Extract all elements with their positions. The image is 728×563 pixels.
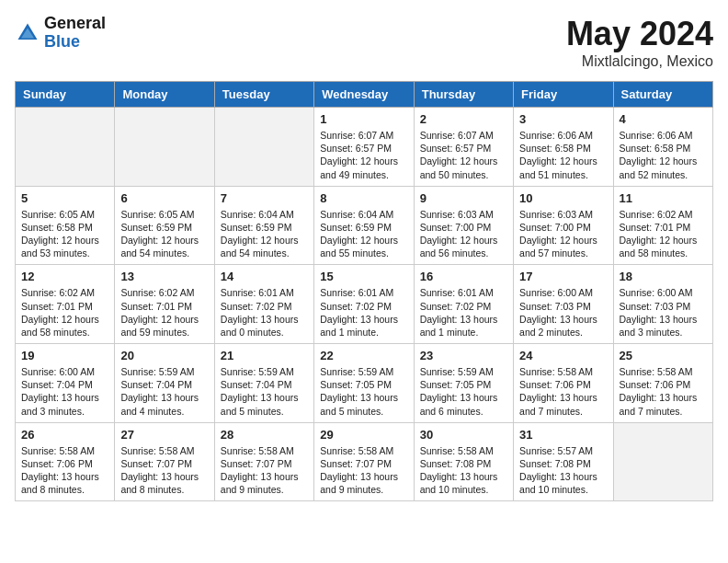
calendar-cell: 24Sunrise: 5:58 AM Sunset: 7:06 PM Dayli… <box>514 344 613 423</box>
weekday-header: Thursday <box>414 82 513 108</box>
calendar-cell <box>214 108 313 187</box>
calendar-cell: 10Sunrise: 6:03 AM Sunset: 7:00 PM Dayli… <box>514 186 613 265</box>
cell-info: Sunrise: 5:58 AM Sunset: 7:07 PM Dayligh… <box>120 444 208 497</box>
day-number: 11 <box>620 191 707 205</box>
calendar-week-row: 12Sunrise: 6:02 AM Sunset: 7:01 PM Dayli… <box>16 265 713 344</box>
day-number: 13 <box>120 270 208 283</box>
calendar-cell: 14Sunrise: 6:01 AM Sunset: 7:02 PM Dayli… <box>214 265 313 344</box>
day-number: 19 <box>21 349 108 362</box>
cell-info: Sunrise: 5:58 AM Sunset: 7:06 PM Dayligh… <box>21 444 108 497</box>
calendar-cell: 29Sunrise: 5:58 AM Sunset: 7:07 PM Dayli… <box>314 422 414 501</box>
day-number: 2 <box>420 112 507 126</box>
day-number: 9 <box>420 191 507 205</box>
calendar-week-row: 1Sunrise: 6:07 AM Sunset: 6:57 PM Daylig… <box>16 108 713 187</box>
cell-info: Sunrise: 6:00 AM Sunset: 7:03 PM Dayligh… <box>519 286 607 339</box>
day-number: 25 <box>620 349 707 362</box>
calendar-week-row: 19Sunrise: 6:00 AM Sunset: 7:04 PM Dayli… <box>16 344 713 423</box>
calendar-cell: 25Sunrise: 5:58 AM Sunset: 7:06 PM Dayli… <box>613 344 712 423</box>
cell-info: Sunrise: 6:06 AM Sunset: 6:58 PM Dayligh… <box>519 129 607 181</box>
cell-info: Sunrise: 5:57 AM Sunset: 7:08 PM Dayligh… <box>519 444 607 497</box>
cell-info: Sunrise: 5:58 AM Sunset: 7:07 PM Dayligh… <box>320 444 407 497</box>
calendar-cell: 4Sunrise: 6:06 AM Sunset: 6:58 PM Daylig… <box>613 108 712 187</box>
calendar-cell <box>16 108 115 187</box>
day-number: 30 <box>420 428 507 442</box>
calendar-cell: 3Sunrise: 6:06 AM Sunset: 6:58 PM Daylig… <box>514 108 613 187</box>
cell-info: Sunrise: 5:58 AM Sunset: 7:07 PM Dayligh… <box>221 444 308 497</box>
calendar-header-row: SundayMondayTuesdayWednesdayThursdayFrid… <box>16 82 713 108</box>
cell-info: Sunrise: 6:04 AM Sunset: 6:59 PM Dayligh… <box>320 208 407 260</box>
day-number: 27 <box>120 428 208 442</box>
cell-info: Sunrise: 6:01 AM Sunset: 7:02 PM Dayligh… <box>320 286 407 339</box>
calendar-cell: 6Sunrise: 6:05 AM Sunset: 6:59 PM Daylig… <box>115 186 214 265</box>
day-number: 12 <box>21 270 108 283</box>
logo-icon <box>15 20 40 46</box>
day-number: 31 <box>519 428 607 442</box>
day-number: 24 <box>519 349 607 362</box>
day-number: 8 <box>320 191 407 205</box>
day-number: 17 <box>519 270 607 283</box>
cell-info: Sunrise: 6:00 AM Sunset: 7:04 PM Dayligh… <box>21 365 108 418</box>
calendar-cell: 21Sunrise: 5:59 AM Sunset: 7:04 PM Dayli… <box>214 344 313 423</box>
day-number: 18 <box>620 270 707 283</box>
calendar-cell: 7Sunrise: 6:04 AM Sunset: 6:59 PM Daylig… <box>214 186 313 265</box>
calendar-cell: 1Sunrise: 6:07 AM Sunset: 6:57 PM Daylig… <box>314 108 414 187</box>
day-number: 4 <box>620 112 707 126</box>
day-number: 6 <box>120 191 208 205</box>
weekday-header: Sunday <box>16 82 115 108</box>
logo: General Blue <box>15 15 106 52</box>
day-number: 5 <box>21 191 108 205</box>
logo-text: General Blue <box>44 15 106 52</box>
day-number: 28 <box>221 428 308 442</box>
title-block: May 2024 Mixtlalcingo, Mexico <box>566 15 713 70</box>
cell-info: Sunrise: 6:02 AM Sunset: 7:01 PM Dayligh… <box>620 208 707 260</box>
day-number: 14 <box>221 270 308 283</box>
calendar-cell: 13Sunrise: 6:02 AM Sunset: 7:01 PM Dayli… <box>115 265 214 344</box>
day-number: 10 <box>519 191 607 205</box>
calendar-cell: 26Sunrise: 5:58 AM Sunset: 7:06 PM Dayli… <box>16 422 115 501</box>
cell-info: Sunrise: 5:59 AM Sunset: 7:05 PM Dayligh… <box>320 365 407 418</box>
day-number: 7 <box>221 191 308 205</box>
calendar-cell: 16Sunrise: 6:01 AM Sunset: 7:02 PM Dayli… <box>414 265 513 344</box>
weekday-header: Monday <box>115 82 214 108</box>
cell-info: Sunrise: 6:07 AM Sunset: 6:57 PM Dayligh… <box>320 129 407 181</box>
day-number: 23 <box>420 349 507 362</box>
calendar-cell: 11Sunrise: 6:02 AM Sunset: 7:01 PM Dayli… <box>613 186 712 265</box>
calendar-cell <box>115 108 214 187</box>
cell-info: Sunrise: 5:59 AM Sunset: 7:05 PM Dayligh… <box>420 365 507 418</box>
calendar-cell: 17Sunrise: 6:00 AM Sunset: 7:03 PM Dayli… <box>514 265 613 344</box>
weekday-header: Friday <box>514 82 613 108</box>
logo-general: General <box>44 15 106 33</box>
weekday-header: Tuesday <box>214 82 313 108</box>
weekday-header: Saturday <box>613 82 712 108</box>
calendar-cell: 27Sunrise: 5:58 AM Sunset: 7:07 PM Dayli… <box>115 422 214 501</box>
calendar-cell: 30Sunrise: 5:58 AM Sunset: 7:08 PM Dayli… <box>414 422 513 501</box>
calendar-cell: 28Sunrise: 5:58 AM Sunset: 7:07 PM Dayli… <box>214 422 313 501</box>
calendar-cell: 8Sunrise: 6:04 AM Sunset: 6:59 PM Daylig… <box>314 186 414 265</box>
day-number: 3 <box>519 112 607 126</box>
calendar-cell: 19Sunrise: 6:00 AM Sunset: 7:04 PM Dayli… <box>16 344 115 423</box>
day-number: 20 <box>120 349 208 362</box>
logo-blue: Blue <box>44 33 106 52</box>
calendar-cell: 5Sunrise: 6:05 AM Sunset: 6:58 PM Daylig… <box>16 186 115 265</box>
calendar-week-row: 5Sunrise: 6:05 AM Sunset: 6:58 PM Daylig… <box>16 186 713 265</box>
calendar-cell: 9Sunrise: 6:03 AM Sunset: 7:00 PM Daylig… <box>414 186 513 265</box>
calendar-cell: 15Sunrise: 6:01 AM Sunset: 7:02 PM Dayli… <box>314 265 414 344</box>
cell-info: Sunrise: 6:00 AM Sunset: 7:03 PM Dayligh… <box>620 286 707 339</box>
calendar-cell: 23Sunrise: 5:59 AM Sunset: 7:05 PM Dayli… <box>414 344 513 423</box>
cell-info: Sunrise: 6:02 AM Sunset: 7:01 PM Dayligh… <box>120 286 208 339</box>
cell-info: Sunrise: 5:58 AM Sunset: 7:06 PM Dayligh… <box>620 365 707 418</box>
calendar-cell: 31Sunrise: 5:57 AM Sunset: 7:08 PM Dayli… <box>514 422 613 501</box>
cell-info: Sunrise: 6:05 AM Sunset: 6:58 PM Dayligh… <box>21 208 108 260</box>
weekday-header: Wednesday <box>314 82 414 108</box>
calendar-week-row: 26Sunrise: 5:58 AM Sunset: 7:06 PM Dayli… <box>16 422 713 501</box>
cell-info: Sunrise: 5:59 AM Sunset: 7:04 PM Dayligh… <box>120 365 208 418</box>
cell-info: Sunrise: 5:58 AM Sunset: 7:08 PM Dayligh… <box>420 444 507 497</box>
day-number: 16 <box>420 270 507 283</box>
cell-info: Sunrise: 6:05 AM Sunset: 6:59 PM Dayligh… <box>120 208 208 260</box>
calendar-cell <box>613 422 712 501</box>
cell-info: Sunrise: 6:01 AM Sunset: 7:02 PM Dayligh… <box>221 286 308 339</box>
day-number: 29 <box>320 428 407 442</box>
day-number: 26 <box>21 428 108 442</box>
month-year: May 2024 <box>566 15 713 53</box>
day-number: 21 <box>221 349 308 362</box>
